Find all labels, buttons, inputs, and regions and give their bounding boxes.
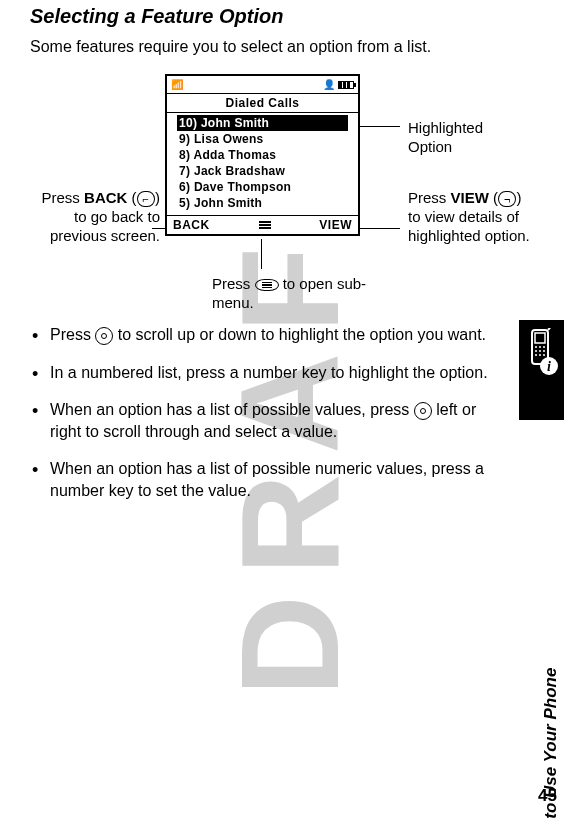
section-heading: Selecting a Feature Option xyxy=(30,5,549,28)
callout-menu: Press to open sub-menu. xyxy=(212,275,372,313)
status-bar: 📶 👤 xyxy=(167,76,358,94)
connector-line xyxy=(261,239,262,269)
bullet-item: When an option has a list of possible nu… xyxy=(30,458,489,501)
nav-key-icon xyxy=(95,327,113,345)
softkey-bar: BACK VIEW xyxy=(167,215,358,234)
list-item: 7) Jack Bradshaw xyxy=(177,163,348,179)
bullet-text: to scroll up or down to highlight the op… xyxy=(113,326,486,343)
page-number: 45 xyxy=(538,786,557,806)
left-softkey-icon: ⌐ xyxy=(137,191,155,207)
screen-title: Dialed Calls xyxy=(167,94,358,113)
softkey-back: BACK xyxy=(173,218,210,232)
connector-line xyxy=(360,126,400,127)
bullet-text: When an option has a list of possible va… xyxy=(50,401,414,418)
list-item: 9) Lisa Owens xyxy=(177,131,348,147)
list-item: 5) John Smith xyxy=(177,195,348,211)
list-item: 10) John Smith xyxy=(177,115,348,131)
intro-text: Some features require you to select an o… xyxy=(30,38,549,56)
right-softkey-icon: ¬ xyxy=(498,191,516,207)
bullet-text: When an option has a list of possible nu… xyxy=(50,460,484,499)
signal-icon: 📶 xyxy=(171,79,183,90)
bullet-list: Press to scroll up or down to highlight … xyxy=(30,324,549,502)
bullet-text: In a numbered list, press a number key t… xyxy=(50,364,488,381)
softkey-view: VIEW xyxy=(319,218,352,232)
bullet-item: Press to scroll up or down to highlight … xyxy=(30,324,489,346)
bullet-item: When an option has a list of possible va… xyxy=(30,399,489,442)
battery-icon: 👤 xyxy=(323,79,354,90)
back-label: BACK xyxy=(84,189,127,206)
menu-key-icon xyxy=(255,279,279,292)
view-label: VIEW xyxy=(451,189,489,206)
callout-text: Press xyxy=(408,189,451,206)
callout-view: Press VIEW (¬) to view details of highli… xyxy=(408,189,538,245)
callout-text: Press xyxy=(212,275,255,292)
nav-key-icon xyxy=(414,402,432,420)
phone-screen: 📶 👤 Dialed Calls 10) John Smith 9) Lisa … xyxy=(165,74,360,236)
bullet-text: Press xyxy=(50,326,95,343)
connector-line xyxy=(360,228,400,229)
page-content: Selecting a Feature Option Some features… xyxy=(0,0,579,502)
menu-icon xyxy=(259,221,271,229)
list-item: 6) Dave Thompson xyxy=(177,179,348,195)
call-list: 10) John Smith 9) Lisa Owens 8) Adda Tho… xyxy=(167,113,358,215)
callout-highlighted: Highlighted Option xyxy=(408,119,528,157)
callout-back: Press BACK (⌐) to go back to previous sc… xyxy=(30,189,160,245)
list-item: 8) Adda Thomas xyxy=(177,147,348,163)
callout-text: Press xyxy=(42,189,85,206)
diagram: 📶 👤 Dialed Calls 10) John Smith 9) Lisa … xyxy=(30,74,549,309)
bullet-item: In a numbered list, press a number key t… xyxy=(30,362,489,384)
